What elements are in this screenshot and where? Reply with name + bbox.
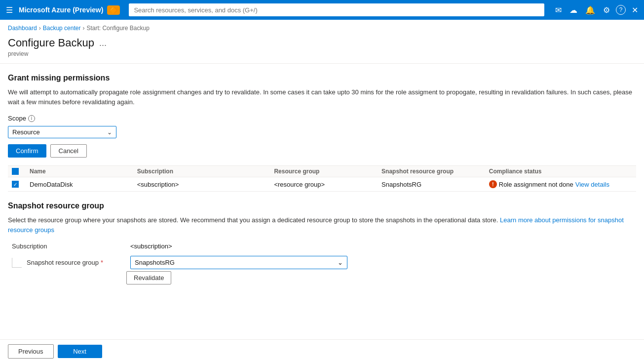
col-header-checkbox — [12, 168, 30, 175]
snapshot-section-heading: Snapshot resource group — [8, 202, 636, 210]
table-row: ✓ DemoDataDisk <subscription> <resource … — [8, 177, 636, 192]
breadcrumb-dashboard[interactable]: Dashboard — [8, 25, 37, 32]
col-header-name: Name — [30, 168, 137, 175]
grant-section-heading: Grant missing permissions — [8, 74, 636, 82]
topbar: ☰ Microsoft Azure (Preview) 🔶 ✉ ☁ 🔔 ⚙ ? … — [0, 0, 644, 20]
help-icon[interactable]: ? — [616, 5, 626, 15]
scope-info-icon[interactable]: i — [28, 115, 35, 122]
page-title: Configure Backup — [8, 37, 94, 49]
subscription-value: <subscription> — [130, 242, 636, 250]
view-details-link[interactable]: View details — [575, 181, 609, 188]
more-options-icon[interactable]: ... — [99, 38, 107, 48]
azure-badge: 🔶 — [107, 5, 120, 15]
snapshot-description: Select the resource group where your sna… — [8, 215, 636, 235]
page-header: Configure Backup ... preview — [0, 35, 644, 64]
snapshot-rg-label: Snapshot resource group * — [12, 258, 130, 268]
col-header-resource-group: Resource group — [274, 168, 381, 175]
page-subtitle: preview — [8, 50, 636, 57]
confirm-button[interactable]: Confirm — [8, 144, 46, 158]
subscription-label: Subscription — [12, 242, 130, 250]
chevron-down-icon: ⌄ — [107, 129, 112, 136]
search-input[interactable] — [129, 3, 544, 16]
breadcrumb-current: Start: Configure Backup — [86, 25, 149, 32]
content-area: Grant missing permissions We will attemp… — [0, 64, 644, 294]
cancel-button[interactable]: Cancel — [50, 144, 87, 158]
col-header-blank — [244, 168, 274, 175]
snapshot-rg-value: SnapshotsRG — [135, 259, 175, 266]
snapshot-section: Snapshot resource group Select the resou… — [8, 202, 636, 284]
previous-button[interactable]: Previous — [8, 344, 54, 359]
bottom-nav: Previous Next — [0, 339, 644, 363]
scope-row: Scope i — [8, 115, 636, 122]
revalidate-button[interactable]: Revalidate — [126, 271, 171, 284]
snapshot-rg-dropdown-col: SnapshotsRG ⌄ — [130, 256, 636, 269]
scope-label: Scope i — [8, 115, 35, 122]
next-button[interactable]: Next — [58, 345, 102, 358]
topbar-icons: ✉ ☁ 🔔 ⚙ ? ✕ — [553, 4, 640, 16]
indent-marker — [12, 258, 22, 268]
email-icon[interactable]: ✉ — [553, 4, 564, 16]
breadcrumb-backup-center[interactable]: Backup center — [43, 25, 81, 32]
chevron-down-icon: ⌄ — [338, 259, 343, 266]
row-checkbox[interactable]: ✓ — [12, 181, 30, 188]
app-title: Microsoft Azure (Preview) — [19, 6, 103, 14]
row-resource-group: <resource group> — [274, 181, 381, 188]
breadcrumb: Dashboard › Backup center › Start: Confi… — [0, 20, 644, 35]
hamburger-icon[interactable]: ☰ — [4, 3, 15, 17]
action-buttons: Confirm Cancel — [8, 144, 636, 158]
row-name: DemoDataDisk — [30, 181, 137, 188]
breadcrumb-sep-1: › — [39, 25, 41, 32]
row-subscription: <subscription> — [137, 181, 245, 188]
scope-dropdown[interactable]: Resource ⌄ — [8, 126, 116, 138]
table-header: Name Subscription Resource group Snapsho… — [8, 165, 636, 177]
snapshot-rg-row: Snapshot resource group * SnapshotsRG ⌄ — [12, 256, 636, 269]
snapshot-rg-dropdown[interactable]: SnapshotsRG ⌄ — [130, 256, 347, 269]
col-header-subscription: Subscription — [137, 168, 245, 175]
row-snapshot-rg: SnapshotsRG — [381, 181, 489, 188]
col-header-status: Compliance status — [489, 168, 632, 175]
required-star: * — [101, 259, 103, 266]
error-icon: ! — [489, 180, 497, 188]
subscription-row: Subscription <subscription> — [12, 242, 636, 250]
bell-icon[interactable]: 🔔 — [583, 4, 597, 16]
status-text: Role assignment not done — [499, 181, 573, 188]
breadcrumb-sep-2: › — [82, 25, 84, 32]
scope-dropdown-value: Resource — [12, 128, 40, 136]
grant-description: We will attempt to automatically propaga… — [8, 87, 636, 107]
gear-icon[interactable]: ⚙ — [601, 4, 612, 16]
close-icon[interactable]: ✕ — [630, 4, 640, 16]
row-status: ! Role assignment not done View details — [489, 180, 632, 188]
cloud-upload-icon[interactable]: ☁ — [568, 4, 579, 16]
main-container: Dashboard › Backup center › Start: Confi… — [0, 20, 644, 363]
snapshot-form: Subscription <subscription> Snapshot res… — [8, 242, 636, 269]
col-header-snapshot-rg: Snapshot resource group — [381, 168, 489, 175]
checkbox-checked-icon: ✓ — [12, 181, 19, 188]
